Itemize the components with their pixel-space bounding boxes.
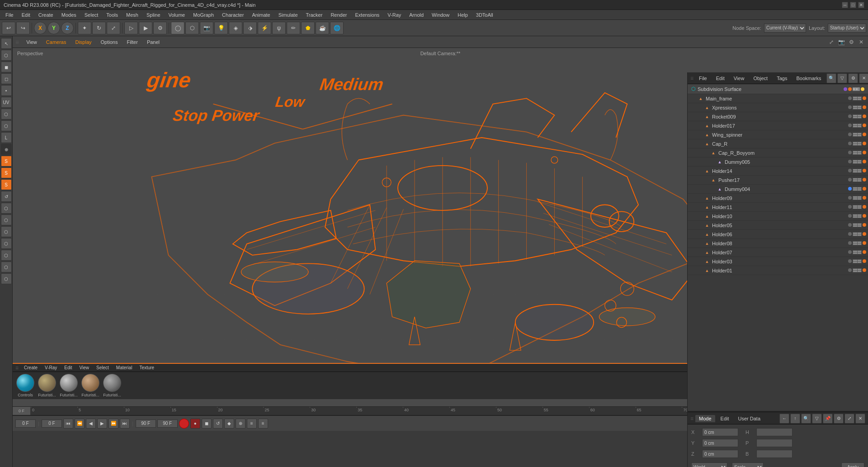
- attr-b-input[interactable]: [756, 450, 793, 458]
- left-btn-objects[interactable]: ⬡: [1, 50, 12, 61]
- tree-item-holder10[interactable]: ▲ Holder10: [688, 212, 868, 221]
- attr-filter-icon[interactable]: ▽: [812, 414, 822, 424]
- om-tab-edit[interactable]: Edit: [712, 75, 728, 82]
- attr-z-input[interactable]: [702, 450, 738, 458]
- menu-spline[interactable]: Spline: [143, 11, 164, 19]
- view-toggle[interactable]: [853, 114, 862, 119]
- tree-item-holder03[interactable]: ▲ Holder03: [688, 257, 868, 266]
- light-btn[interactable]: 💡: [214, 22, 228, 34]
- tree-item-pusher17[interactable]: ▲ Pusher17: [688, 176, 868, 185]
- keyframe-button[interactable]: ◆: [224, 419, 234, 429]
- menu-window[interactable]: Window: [428, 11, 453, 19]
- left-btn-edge[interactable]: ◻: [1, 73, 12, 84]
- menu-volume[interactable]: Volume: [165, 11, 189, 19]
- left-btn-9[interactable]: L: [1, 132, 12, 143]
- attr-search-icon[interactable]: 🔍: [801, 414, 811, 424]
- left-btn-19[interactable]: ⬡: [1, 250, 12, 261]
- null-btn[interactable]: ⬡: [185, 22, 199, 34]
- view-toggle[interactable]: [853, 250, 862, 254]
- material-item-4[interactable]: Futuristi...: [103, 374, 121, 397]
- view-toggle[interactable]: [853, 178, 862, 182]
- view-toggle[interactable]: [853, 205, 862, 209]
- menu-character[interactable]: Character: [218, 11, 247, 19]
- menu-modes[interactable]: Modes: [58, 11, 80, 19]
- menu-mesh[interactable]: Mesh: [123, 11, 142, 19]
- left-btn-20[interactable]: ⬡: [1, 262, 12, 272]
- go-start-button[interactable]: ⏮: [63, 419, 73, 429]
- material-item-0[interactable]: Controls: [16, 374, 34, 397]
- view-toggle[interactable]: [853, 214, 862, 218]
- left-btn-18[interactable]: ⬡: [1, 238, 12, 249]
- tree-item-dummy004[interactable]: ▲ Dummy004: [688, 185, 868, 194]
- left-btn-7[interactable]: ⬡: [1, 109, 12, 119]
- view-toggle[interactable]: [853, 223, 862, 227]
- material-item-1[interactable]: Futuristi...: [38, 374, 56, 397]
- left-btn-s1[interactable]: S: [1, 156, 12, 167]
- left-btn-poly[interactable]: ◼: [1, 62, 12, 72]
- menu-edit[interactable]: Edit: [18, 11, 34, 19]
- tree-item-holder11[interactable]: ▲ Holder11: [688, 203, 868, 212]
- scale-select[interactable]: Scale: [732, 462, 764, 467]
- y-axis-button[interactable]: Y: [47, 22, 60, 34]
- left-btn-s2[interactable]: S: [1, 167, 12, 178]
- left-btn-uv[interactable]: UV: [1, 97, 12, 108]
- mat-texture-btn[interactable]: Texture: [137, 364, 156, 371]
- redo-button[interactable]: ↪: [16, 22, 30, 34]
- tc-btn-extra2[interactable]: ≡: [258, 419, 268, 429]
- view-toggle[interactable]: [853, 151, 862, 155]
- menu-3dtoall[interactable]: 3DToAll: [472, 11, 497, 19]
- x-axis-button[interactable]: X: [34, 22, 47, 34]
- minimize-button[interactable]: ─: [842, 2, 848, 8]
- sketch-btn[interactable]: ✏: [287, 22, 300, 34]
- tree-item-holder01[interactable]: ▲ Holder01: [688, 266, 868, 275]
- om-filter-icon[interactable]: ▽: [837, 73, 847, 83]
- left-btn-8[interactable]: ⬡: [1, 120, 12, 131]
- attr-up-icon[interactable]: ↑: [790, 414, 800, 424]
- render-btn[interactable]: ▷: [124, 22, 138, 34]
- left-btn-16[interactable]: ⬡: [1, 214, 12, 225]
- material-item-3[interactable]: Futuristi...: [81, 374, 99, 397]
- left-btn-15[interactable]: ⬡: [1, 203, 12, 214]
- tc-btn-extra1[interactable]: ≡: [247, 419, 257, 429]
- autokey-button[interactable]: ●: [190, 419, 200, 429]
- menu-tracker[interactable]: Tracker: [302, 11, 326, 19]
- attr-tab-userdata[interactable]: User Data: [735, 415, 764, 422]
- view-toggle[interactable]: [853, 160, 862, 164]
- left-btn-10[interactable]: ⊕: [1, 144, 12, 155]
- view-toggle[interactable]: [853, 133, 862, 137]
- tree-item-holder017[interactable]: ▲ Holder017: [688, 121, 868, 130]
- view-toggle[interactable]: [853, 268, 862, 272]
- fps-input[interactable]: [157, 419, 178, 428]
- attr-close-icon[interactable]: ✕: [855, 414, 865, 424]
- layout-select[interactable]: Startup (User): [828, 24, 866, 33]
- left-btn-point[interactable]: •: [1, 85, 12, 96]
- om-close-icon[interactable]: ✕: [859, 73, 868, 83]
- om-tab-view[interactable]: View: [730, 75, 748, 82]
- view-toggle[interactable]: [853, 96, 862, 100]
- snap-button[interactable]: ⊕: [236, 419, 245, 429]
- view-toggle[interactable]: [853, 142, 862, 146]
- mat-view-btn[interactable]: View: [78, 364, 91, 371]
- om-tab-bookmarks[interactable]: Bookmarks: [793, 75, 825, 82]
- prev-frame-button[interactable]: ⏪: [75, 419, 85, 429]
- next-frame-button[interactable]: ⏩: [108, 419, 118, 429]
- mat-select-btn[interactable]: Select: [94, 364, 111, 371]
- maximize-button[interactable]: □: [850, 2, 856, 8]
- menu-simulate[interactable]: Simulate: [275, 11, 302, 19]
- view-toggle[interactable]: [853, 196, 862, 200]
- object-btn[interactable]: ◯: [171, 22, 184, 34]
- vp-btn-panel[interactable]: Panel: [143, 38, 163, 46]
- vp-icon-expand[interactable]: ⤢: [827, 38, 835, 46]
- vp-icon-close[interactable]: ✕: [857, 38, 865, 46]
- tree-item-holder14[interactable]: ▲ Holder14: [688, 167, 868, 176]
- menu-extensions[interactable]: Extensions: [351, 11, 383, 19]
- render-region-btn[interactable]: ▶: [139, 22, 152, 34]
- attr-p-input[interactable]: [756, 439, 793, 447]
- om-tab-file[interactable]: File: [695, 75, 711, 82]
- attr-tab-edit[interactable]: Edit: [717, 415, 733, 422]
- loop-button[interactable]: ↺: [213, 419, 223, 429]
- tree-item-holder05[interactable]: ▲ Holder05: [688, 221, 868, 230]
- apply-button[interactable]: Apply: [841, 462, 864, 467]
- attr-expand-icon[interactable]: ⤢: [844, 414, 854, 424]
- go-end-button[interactable]: ⏭: [120, 419, 130, 429]
